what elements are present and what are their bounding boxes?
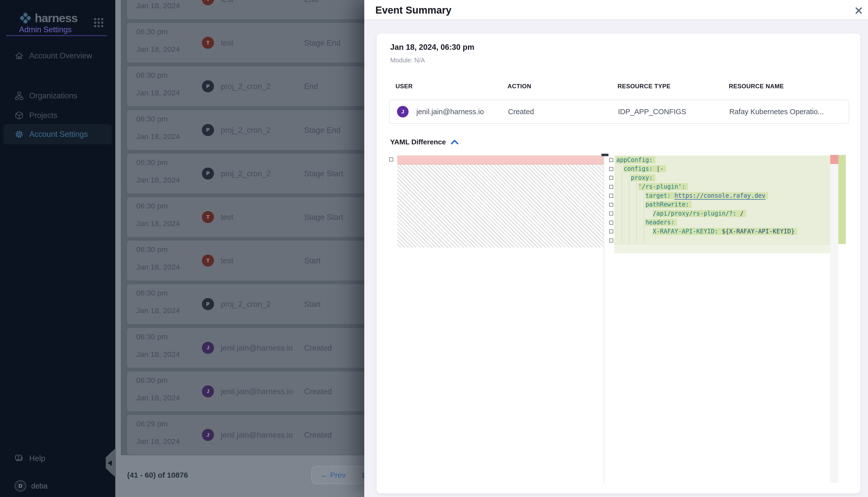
user-menu[interactable]: D deba [3, 475, 112, 497]
code-segment-key: appConfig: [616, 156, 653, 164]
user-cell: jenil.jain@harness.io [416, 100, 484, 123]
overview-ruler-addition [838, 155, 846, 244]
yaml-difference-toggle[interactable]: YAML Difference [390, 138, 459, 146]
table-row[interactable]: 06:30 pmJan 18, 2024Pproj_2_cron_2Stage … [127, 110, 369, 150]
fold-marker[interactable] [609, 212, 613, 215]
event-type: Created [304, 387, 332, 396]
event-type: Stage Start [304, 213, 343, 222]
added-code-pane[interactable]: appConfig:configs: |-proxy:'/rs-plugin':… [614, 155, 830, 245]
column-header: ACTION [508, 83, 531, 90]
avatar: P [202, 168, 214, 180]
drawer-header: Event Summary [364, 0, 868, 20]
code-line[interactable]: '/rs-plugin': [614, 182, 830, 191]
code-segment-value: / [740, 210, 743, 217]
avatar: P [202, 80, 214, 92]
chevron-up-icon [450, 139, 459, 145]
code-line[interactable]: proxy: [614, 173, 830, 182]
overview-ruler-track[interactable] [830, 164, 838, 483]
resource-name-cell: Rafay Kubernetes Operatio... [729, 100, 824, 123]
event-time: 06:30 pm [136, 332, 168, 341]
event-time: 06:30 pm [136, 376, 168, 385]
close-button[interactable] [854, 5, 864, 16]
code-line[interactable]: configs: |- [614, 165, 830, 173]
fold-marker[interactable] [609, 221, 613, 225]
code-text: headers: [646, 219, 677, 226]
fold-marker[interactable] [609, 167, 613, 171]
event-type: Start [304, 256, 320, 265]
column-header: RESOURCE TYPE [618, 83, 671, 90]
event-date: Jan 18, 2024 [136, 263, 180, 271]
code-segment-key: X-RAFAY-API-KEYID: [653, 228, 722, 235]
table-row[interactable]: 06:29 pmJan 18, 2024Jjenil.jain@harness.… [127, 415, 369, 455]
added-code-pane-tail [614, 245, 830, 253]
fold-marker[interactable] [389, 157, 393, 161]
user-name: jenil.jain@harness.io [221, 387, 293, 396]
table-row[interactable]: 06:30 pmJan 18, 2024TtestEnd [127, 0, 369, 19]
event-type: Stage End [304, 126, 341, 135]
user-name: proj_2_cron_2 [221, 82, 271, 91]
table-row[interactable]: 06:30 pmJan 18, 2024Pproj_2_cron_2End [127, 67, 369, 106]
harness-logo: harness [19, 11, 78, 25]
sidebar-item-organizations[interactable]: Organizations [3, 86, 112, 106]
table-row[interactable]: 06:30 pmJan 18, 2024TtestStage End [127, 23, 369, 62]
code-line[interactable]: pathRewrite: [614, 200, 830, 209]
user-name: jenil.jain@harness.io [221, 430, 293, 440]
svg-text:?: ? [17, 455, 19, 459]
yaml-difference-label: YAML Difference [390, 138, 446, 146]
code-text: '/rs-plugin': [638, 183, 688, 190]
fold-marker[interactable] [609, 239, 613, 242]
diff-splitter-handle[interactable] [602, 154, 608, 156]
code-text: /api/proxy/rs-plugin/?: / [653, 210, 746, 217]
code-line[interactable]: appConfig: [614, 155, 830, 165]
code-line[interactable]: /api/proxy/rs-plugin/?: / [614, 209, 830, 218]
fold-marker[interactable] [609, 176, 613, 180]
sidebar-item-account-settings[interactable]: Account Settings [3, 124, 112, 144]
table-row[interactable]: 06:30 pmJan 18, 2024Pproj_2_cron_2Start [127, 284, 369, 324]
user-name: jenil.jain@harness.io [221, 344, 293, 353]
table-row[interactable]: 06:30 pmJan 18, 2024Pproj_2_cron_2Stage … [127, 154, 369, 194]
prev-page-button[interactable]: ← Prev [319, 467, 347, 484]
column-header: USER [396, 83, 413, 90]
diff-splitter[interactable] [604, 154, 604, 483]
code-line[interactable]: headers: [614, 218, 830, 227]
sidebar-item-account-overview[interactable]: Account Overview [3, 46, 112, 66]
sidebar-item-label: Projects [29, 111, 57, 120]
fold-marker[interactable] [609, 194, 613, 198]
close-icon [854, 5, 864, 16]
event-time: 06:30 pm [136, 27, 168, 36]
avatar: J [202, 385, 214, 397]
table-row[interactable]: 06:30 pmJan 18, 2024Jjenil.jain@harness.… [127, 328, 369, 368]
avatar: T [202, 211, 214, 223]
code-text: X-RAFAY-API-KEYID: ${X-RAFAY-API-KEYID} [653, 228, 797, 235]
event-date: Jan 18, 2024 [136, 45, 180, 54]
user-name: proj_2_cron_2 [221, 169, 271, 178]
event-type: Created [304, 344, 332, 353]
sidebar-item-help[interactable]: ? Help [3, 449, 112, 468]
event-type: End [304, 82, 318, 91]
table-row[interactable]: 06:30 pmJan 18, 2024Jjenil.jain@harness.… [127, 371, 369, 411]
fold-marker[interactable] [609, 185, 613, 189]
event-date: Jan 18, 2024 [136, 350, 180, 359]
code-line[interactable]: target: https://console.rafay.dev [614, 191, 830, 200]
resource-type-cell: IDP_APP_CONFIGS [618, 100, 686, 123]
event-date: Jan 18, 2024 [136, 132, 180, 141]
avatar: P [202, 298, 214, 310]
table-row[interactable]: 06:30 pmJan 18, 2024TtestStage Start [127, 197, 369, 237]
diff-empty-region [397, 165, 604, 247]
code-segment-value: |- [656, 165, 664, 172]
app-grid-icon[interactable] [93, 17, 104, 28]
fold-marker[interactable] [609, 203, 613, 207]
sidebar-item-projects[interactable]: Projects [3, 105, 112, 126]
table-row[interactable]: 06:30 pmJan 18, 2024TtestStart [127, 241, 369, 281]
code-line[interactable]: X-RAFAY-API-KEYID: ${X-RAFAY-API-KEYID} [614, 227, 830, 236]
fold-marker[interactable] [609, 229, 613, 233]
gear-icon [15, 130, 24, 139]
avatar: J [397, 106, 409, 117]
yaml-diff-editor[interactable]: appConfig:configs: |-proxy:'/rs-plugin':… [389, 154, 856, 483]
fold-marker[interactable] [609, 158, 613, 162]
code-segment-key: target: [646, 192, 675, 199]
table-row: J jenil.jain@harness.io Created IDP_APP_… [389, 100, 849, 124]
avatar: T [202, 37, 214, 49]
code-segment-key: proxy: [631, 174, 653, 181]
avatar: T [202, 255, 214, 267]
